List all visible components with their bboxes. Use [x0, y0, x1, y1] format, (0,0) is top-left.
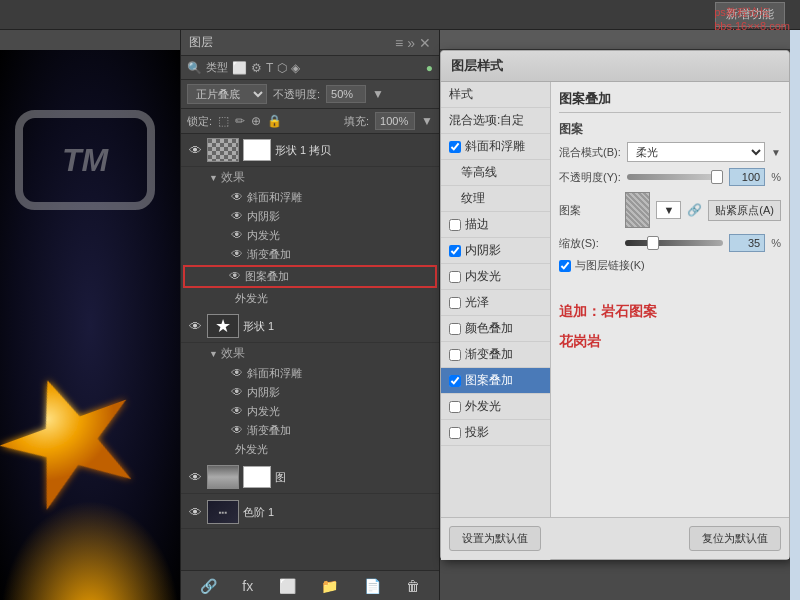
scale-slider-track[interactable]: [625, 240, 723, 246]
add-mask-button[interactable]: ⬜: [279, 578, 296, 594]
annotation-line1: 追加：岩石图案: [559, 303, 781, 321]
effect-eye-innershadow-copy: 👁: [231, 209, 243, 223]
layer-name-levels: 色阶 1: [243, 505, 433, 520]
layer-item-shape-copy[interactable]: 👁 形状 1 拷贝: [181, 134, 439, 167]
style-check-dropshadow[interactable]: [449, 427, 461, 439]
style-check-pattern[interactable]: [449, 375, 461, 387]
layer-item-shape1[interactable]: 👁 ★ 形状 1: [181, 310, 439, 343]
lock-move-icon[interactable]: ⊕: [251, 114, 261, 128]
effect-bevel-shape1[interactable]: 👁斜面和浮雕: [181, 364, 439, 383]
layer-item-image[interactable]: 👁 图: [181, 461, 439, 494]
fill-label: 填充:: [344, 114, 369, 129]
canvas-background: TM: [0, 50, 180, 600]
link-layer-checkbox[interactable]: [559, 260, 571, 272]
fill-input[interactable]: [375, 112, 415, 130]
style-check-coloroverlay[interactable]: [449, 323, 461, 335]
style-item-dropshadow[interactable]: 投影: [441, 420, 550, 446]
style-check-satin[interactable]: [449, 297, 461, 309]
opacity-value-input[interactable]: [729, 168, 765, 186]
pattern-dropdown-button[interactable]: ▼: [656, 201, 681, 219]
style-name-coloroverlay: 颜色叠加: [465, 320, 513, 337]
filter-shape-icon[interactable]: ⬡: [277, 61, 287, 75]
style-name-outerglow: 外发光: [465, 398, 501, 415]
style-name-blend: 混合选项:自定: [449, 112, 524, 129]
opacity-slider-thumb[interactable]: [711, 170, 723, 184]
filter-adjust-icon[interactable]: ⚙: [251, 61, 262, 75]
effect-eye-gradient-1: 👁: [231, 423, 243, 437]
effect-innershadow-shape1[interactable]: 👁内阴影: [181, 383, 439, 402]
effect-innerglow-shape1[interactable]: 👁内发光: [181, 402, 439, 421]
layers-expand-icon[interactable]: »: [407, 35, 415, 51]
link-layers-button[interactable]: 🔗: [200, 578, 217, 594]
effect-innerglow-shape-copy[interactable]: 👁内发光: [181, 226, 439, 245]
style-item-coloroverlay[interactable]: 颜色叠加: [441, 316, 550, 342]
layer-eye-image[interactable]: 👁: [187, 470, 203, 485]
style-item-bevel[interactable]: 斜面和浮雕: [441, 134, 550, 160]
effect-gradient-shape-copy[interactable]: 👁渐变叠加: [181, 245, 439, 264]
style-check-innerglow[interactable]: [449, 271, 461, 283]
reset-default-button[interactable]: 复位为默认值: [689, 526, 781, 551]
new-layer-button[interactable]: 📄: [364, 578, 381, 594]
layers-mode-row: 正片叠底 不透明度: ▼: [181, 80, 439, 109]
lock-transparent-icon[interactable]: ⬚: [218, 114, 229, 128]
effect-outerglow-shape1[interactable]: 外发光: [181, 440, 439, 459]
style-check-innershadow[interactable]: [449, 245, 461, 257]
style-item-contour[interactable]: 等高线: [441, 160, 550, 186]
effect-outerglow-shape-copy[interactable]: 外发光: [181, 289, 439, 308]
style-item-texture[interactable]: 纹理: [441, 186, 550, 212]
layers-menu-icon[interactable]: ≡: [395, 35, 403, 51]
style-item-innerglow[interactable]: 内发光: [441, 264, 550, 290]
style-item-outerglow[interactable]: 外发光: [441, 394, 550, 420]
style-item-styles[interactable]: 样式: [441, 82, 550, 108]
blend-mode-select-dialog[interactable]: 柔光 正常溶解: [627, 142, 765, 162]
effect-bevel-shape-copy[interactable]: 👁斜面和浮雕: [181, 188, 439, 207]
snap-origin-button[interactable]: 贴紧原点(A): [708, 200, 781, 221]
style-item-gradientoverlay[interactable]: 渐变叠加: [441, 342, 550, 368]
blend-dropdown-icon[interactable]: ▼: [771, 147, 781, 158]
layers-lock-row: 锁定: ⬚ ✏ ⊕ 🔒 填充: ▼: [181, 109, 439, 134]
blend-mode-select[interactable]: 正片叠底: [187, 84, 267, 104]
scale-value-input[interactable]: [729, 234, 765, 252]
scale-slider-thumb[interactable]: [647, 236, 659, 250]
filter-search-icon[interactable]: 🔍: [187, 61, 202, 75]
fill-dropdown-icon[interactable]: ▼: [421, 114, 433, 128]
lock-label: 锁定:: [187, 114, 212, 129]
lock-all-icon[interactable]: 🔒: [267, 114, 282, 128]
lock-paint-icon[interactable]: ✏: [235, 114, 245, 128]
style-item-stroke[interactable]: 描边: [441, 212, 550, 238]
effect-pattern-shape-copy[interactable]: 👁图案叠加: [183, 265, 437, 288]
filter-smart-icon[interactable]: ◈: [291, 61, 300, 75]
new-group-button[interactable]: 📁: [321, 578, 338, 594]
watermark: ps教程论坛bbs.16××8.com: [714, 5, 790, 32]
opacity-input[interactable]: [326, 85, 366, 103]
style-check-gradient[interactable]: [449, 349, 461, 361]
pattern-preview: [625, 192, 650, 228]
fx-button[interactable]: fx: [242, 578, 253, 594]
style-item-satin[interactable]: 光泽: [441, 290, 550, 316]
layer-thumb-levels: ▪▪▪: [207, 500, 239, 524]
delete-layer-button[interactable]: 🗑: [406, 578, 420, 594]
set-default-button[interactable]: 设置为默认值: [449, 526, 541, 551]
style-check-outerglow[interactable]: [449, 401, 461, 413]
style-check-bevel[interactable]: [449, 141, 461, 153]
layers-close-icon[interactable]: ✕: [419, 35, 431, 51]
opacity-dropdown-icon[interactable]: ▼: [372, 87, 384, 101]
layer-item-levels[interactable]: 👁 ▪▪▪ 色阶 1: [181, 496, 439, 529]
effect-gradient-shape1[interactable]: 👁渐变叠加: [181, 421, 439, 440]
layer-eye-shape1[interactable]: 👁: [187, 319, 203, 334]
filter-text-icon[interactable]: T: [266, 61, 273, 75]
scale-label: 缩放(S):: [559, 236, 619, 251]
filter-pixel-icon[interactable]: ⬜: [232, 61, 247, 75]
layer-name-image: 图: [275, 470, 433, 485]
style-item-innershadow[interactable]: 内阴影: [441, 238, 550, 264]
pattern-link-icon[interactable]: 🔗: [687, 203, 702, 217]
layer-eye-levels[interactable]: 👁: [187, 505, 203, 520]
style-item-patternoverlay[interactable]: 图案叠加: [441, 368, 550, 394]
opacity-slider-track[interactable]: [627, 174, 723, 180]
filter-toggle-icon[interactable]: ●: [426, 61, 433, 75]
scale-unit: %: [771, 237, 781, 249]
style-check-stroke[interactable]: [449, 219, 461, 231]
layer-eye-shape-copy[interactable]: 👁: [187, 143, 203, 158]
style-item-blend[interactable]: 混合选项:自定: [441, 108, 550, 134]
effect-innershadow-shape-copy[interactable]: 👁内阴影: [181, 207, 439, 226]
